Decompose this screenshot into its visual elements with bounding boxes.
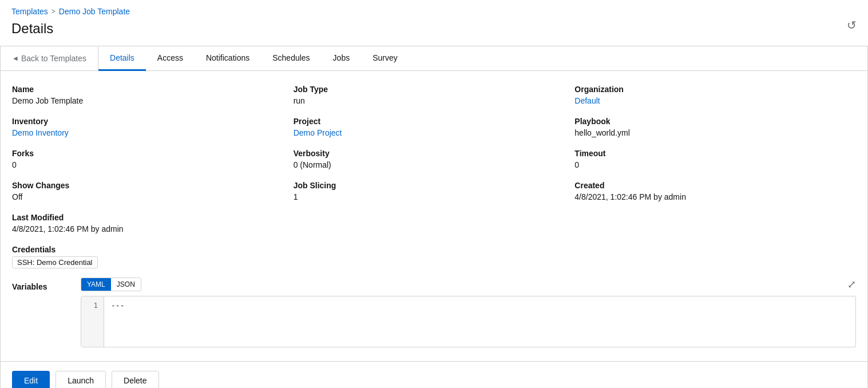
- breadcrumb-separator: >: [51, 7, 56, 15]
- back-to-templates-link[interactable]: ◄ Back to Templates: [1, 47, 98, 70]
- field-verbosity-label: Verbosity: [294, 149, 575, 158]
- field-show-changes-value: Off: [12, 192, 294, 201]
- footer-actions: Edit Launch Delete: [1, 361, 867, 388]
- field-created-value: 4/8/2021, 1:02:46 PM by admin: [574, 192, 856, 201]
- tab-access[interactable]: Access: [146, 46, 195, 71]
- history-icon: ↺: [847, 19, 857, 31]
- field-name-label: Name: [12, 85, 294, 94]
- field-last-modified-label: Last Modified: [12, 213, 294, 222]
- field-timeout-value: 0: [574, 160, 856, 169]
- field-project-value[interactable]: Demo Project: [294, 128, 575, 137]
- field-forks-value: 0: [12, 160, 294, 169]
- details-content: Name Demo Job Template Job Type run Orga…: [1, 71, 867, 361]
- field-playbook: Playbook hello_world.yml: [574, 117, 856, 137]
- field-credentials-label: Credentials: [12, 245, 294, 254]
- tab-details[interactable]: Details: [98, 46, 146, 71]
- page-title: Details: [0, 18, 868, 46]
- field-project: Project Demo Project: [294, 117, 575, 137]
- expand-icon: ⤢: [847, 279, 856, 290]
- toggle-yaml-button[interactable]: YAML: [81, 278, 111, 291]
- field-inventory: Inventory Demo Inventory: [12, 117, 294, 137]
- tab-notifications[interactable]: Notifications: [195, 46, 261, 71]
- tab-jobs[interactable]: Jobs: [322, 46, 362, 71]
- tab-survey[interactable]: Survey: [361, 46, 409, 71]
- field-job-slicing-value: 1: [294, 192, 575, 201]
- line-numbers: 1: [81, 296, 104, 347]
- field-organization: Organization Default: [574, 85, 856, 105]
- details-grid: Name Demo Job Template Job Type run Orga…: [12, 85, 856, 268]
- field-forks-label: Forks: [12, 149, 294, 158]
- credential-tag: SSH: Demo Credential: [12, 256, 98, 268]
- field-timeout-label: Timeout: [574, 149, 856, 158]
- edit-button[interactable]: Edit: [12, 371, 50, 388]
- field-inventory-value[interactable]: Demo Inventory: [12, 128, 294, 137]
- tab-bar: ◄ Back to Templates Details Access Notif…: [1, 46, 867, 71]
- breadcrumb: Templates > Demo Job Template: [0, 0, 868, 18]
- launch-button[interactable]: Launch: [56, 371, 106, 388]
- field-name: Name Demo Job Template: [12, 85, 294, 105]
- tab-schedules[interactable]: Schedules: [261, 46, 321, 71]
- history-button[interactable]: ↺: [847, 18, 857, 32]
- variables-section: Variables YAML JSON ⤢ 1 ---: [12, 278, 856, 347]
- breadcrumb-current: Demo Job Template: [59, 7, 130, 16]
- field-job-type: Job Type run: [294, 85, 575, 105]
- field-created: Created 4/8/2021, 1:02:46 PM by admin: [574, 181, 856, 201]
- field-credentials: Credentials SSH: Demo Credential: [12, 245, 294, 268]
- field-timeout: Timeout 0: [574, 149, 856, 169]
- field-playbook-value: hello_world.yml: [574, 128, 856, 137]
- code-content[interactable]: ---: [104, 296, 855, 347]
- variables-label: Variables: [12, 278, 81, 291]
- field-organization-value[interactable]: Default: [574, 96, 856, 105]
- field-inventory-label: Inventory: [12, 117, 294, 126]
- variables-content: YAML JSON ⤢ 1 ---: [81, 278, 856, 347]
- back-to-templates-label: Back to Templates: [21, 54, 86, 63]
- variables-toggle-group: YAML JSON: [81, 278, 141, 291]
- field-verbosity: Verbosity 0 (Normal): [294, 149, 575, 169]
- field-show-changes: Show Changes Off: [12, 181, 294, 201]
- field-organization-label: Organization: [574, 85, 856, 94]
- credentials-list: SSH: Demo Credential: [12, 256, 294, 268]
- back-arrow-icon: ◄: [12, 54, 19, 62]
- field-project-label: Project: [294, 117, 575, 126]
- field-name-value: Demo Job Template: [12, 96, 294, 105]
- variables-controls: YAML JSON ⤢: [81, 278, 856, 291]
- created-admin-link[interactable]: admin: [664, 192, 686, 201]
- field-last-modified-value: 4/8/2021, 1:02:46 PM by admin: [12, 224, 294, 233]
- field-verbosity-value: 0 (Normal): [294, 160, 575, 169]
- field-job-slicing-label: Job Slicing: [294, 181, 575, 190]
- delete-button[interactable]: Delete: [112, 371, 158, 388]
- field-job-slicing: Job Slicing 1: [294, 181, 575, 201]
- field-job-type-value: run: [294, 96, 575, 105]
- last-modified-admin-link[interactable]: admin: [101, 224, 123, 233]
- expand-variables-button[interactable]: ⤢: [847, 278, 856, 291]
- field-last-modified: Last Modified 4/8/2021, 1:02:46 PM by ad…: [12, 213, 294, 233]
- breadcrumb-templates-link[interactable]: Templates: [11, 7, 48, 16]
- field-forks: Forks 0: [12, 149, 294, 169]
- field-created-label: Created: [574, 181, 856, 190]
- field-job-type-label: Job Type: [294, 85, 575, 94]
- toggle-json-button[interactable]: JSON: [111, 278, 141, 291]
- field-show-changes-label: Show Changes: [12, 181, 294, 190]
- field-playbook-label: Playbook: [574, 117, 856, 126]
- code-editor: 1 ---: [81, 296, 856, 347]
